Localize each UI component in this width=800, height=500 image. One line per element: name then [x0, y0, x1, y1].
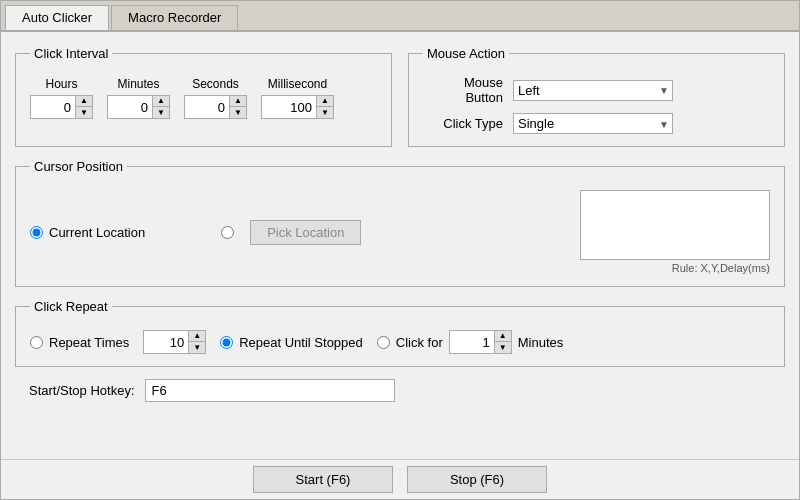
seconds-down-btn[interactable]: ▼: [230, 107, 246, 118]
mouse-action-group: Mouse Action Mouse Button Left Middle Ri…: [408, 46, 785, 147]
repeat-times-down-btn[interactable]: ▼: [189, 342, 205, 353]
mouse-button-label: Mouse Button: [423, 75, 503, 105]
millisecond-spinner-buttons: ▲ ▼: [316, 96, 333, 118]
bottom-bar: Start (F6) Stop (F6): [1, 459, 799, 499]
minutes-label: Minutes: [117, 77, 159, 91]
hours-label: Hours: [45, 77, 77, 91]
hotkey-label: Start/Stop Hotkey:: [29, 383, 135, 398]
millisecond-spinner[interactable]: ▲ ▼: [261, 95, 334, 119]
repeat-times-radio-label[interactable]: Repeat Times: [30, 335, 129, 350]
mouse-button-select[interactable]: Left Middle Right: [513, 80, 673, 101]
stop-button[interactable]: Stop (F6): [407, 466, 547, 493]
click-interval-group: Click Interval Hours ▲ ▼ Minute: [15, 46, 392, 147]
click-for-input[interactable]: [450, 333, 494, 352]
click-type-select[interactable]: Single Double: [513, 113, 673, 134]
click-repeat-group: Click Repeat Repeat Times ▲ ▼ Repeat Unt…: [15, 299, 785, 367]
millisecond-field: Millisecond ▲ ▼: [261, 77, 334, 119]
click-for-spinner[interactable]: ▲ ▼: [449, 330, 512, 354]
tab-bar: Auto Clicker Macro Recorder: [1, 1, 799, 32]
click-type-row: Click Type Single Double ▼: [423, 113, 770, 134]
seconds-up-btn[interactable]: ▲: [230, 96, 246, 107]
minutes-label: Minutes: [518, 335, 564, 350]
top-row: Click Interval Hours ▲ ▼ Minute: [15, 46, 785, 147]
repeat-times-radio[interactable]: [30, 336, 43, 349]
tab-auto-clicker[interactable]: Auto Clicker: [5, 5, 109, 30]
seconds-input[interactable]: [185, 98, 229, 117]
pick-location-radio[interactable]: [221, 226, 234, 239]
repeat-times-up-btn[interactable]: ▲: [189, 331, 205, 342]
click-type-label: Click Type: [423, 116, 503, 131]
position-display: [580, 190, 770, 260]
hotkey-row: Start/Stop Hotkey:: [15, 379, 785, 402]
click-for-down-btn[interactable]: ▼: [495, 342, 511, 353]
interval-fields: Hours ▲ ▼ Minutes: [30, 77, 377, 119]
cursor-pos-inner: Current Location Pick Location Rule: X,Y…: [30, 190, 770, 274]
repeat-until-stopped-label: Repeat Until Stopped: [239, 335, 363, 350]
millisecond-down-btn[interactable]: ▼: [317, 107, 333, 118]
seconds-label: Seconds: [192, 77, 239, 91]
repeat-until-stopped-radio-label[interactable]: Repeat Until Stopped: [220, 335, 363, 350]
millisecond-input[interactable]: [262, 98, 316, 117]
current-location-radio-label[interactable]: Current Location: [30, 225, 145, 240]
seconds-spinner[interactable]: ▲ ▼: [184, 95, 247, 119]
repeat-times-spinner-buttons: ▲ ▼: [188, 331, 205, 353]
hours-spinner-buttons: ▲ ▼: [75, 96, 92, 118]
click-for-spinner-buttons: ▲ ▼: [494, 331, 511, 353]
millisecond-up-btn[interactable]: ▲: [317, 96, 333, 107]
mouse-button-row: Mouse Button Left Middle Right ▼: [423, 75, 770, 105]
minutes-up-btn[interactable]: ▲: [153, 96, 169, 107]
click-for-up-btn[interactable]: ▲: [495, 331, 511, 342]
click-repeat-legend: Click Repeat: [30, 299, 112, 314]
repeat-inner: Repeat Times ▲ ▼ Repeat Until Stopped: [30, 330, 770, 354]
tab-macro-recorder[interactable]: Macro Recorder: [111, 5, 238, 30]
hours-down-btn[interactable]: ▼: [76, 107, 92, 118]
hours-up-btn[interactable]: ▲: [76, 96, 92, 107]
current-location-radio[interactable]: [30, 226, 43, 239]
cursor-position-group: Cursor Position Current Location Pick Lo…: [15, 159, 785, 287]
minutes-spinner[interactable]: ▲ ▼: [107, 95, 170, 119]
hours-field: Hours ▲ ▼: [30, 77, 93, 119]
pick-location-radio-label[interactable]: [221, 226, 234, 239]
start-button[interactable]: Start (F6): [253, 466, 393, 493]
repeat-times-input[interactable]: [144, 333, 188, 352]
seconds-spinner-buttons: ▲ ▼: [229, 96, 246, 118]
millisecond-label: Millisecond: [268, 77, 327, 91]
click-for-label: Click for: [396, 335, 443, 350]
click-for-radio-label[interactable]: Click for: [377, 335, 443, 350]
minutes-spinner-buttons: ▲ ▼: [152, 96, 169, 118]
click-type-select-wrap: Single Double ▼: [513, 113, 673, 134]
position-rule: Rule: X,Y,Delay(ms): [580, 262, 770, 274]
current-location-label: Current Location: [49, 225, 145, 240]
mouse-action-legend: Mouse Action: [423, 46, 509, 61]
repeat-times-spinner[interactable]: ▲ ▼: [143, 330, 206, 354]
cursor-right: Rule: X,Y,Delay(ms): [580, 190, 770, 274]
repeat-until-stopped-radio[interactable]: [220, 336, 233, 349]
click-for-radio[interactable]: [377, 336, 390, 349]
minutes-field: Minutes ▲ ▼: [107, 77, 170, 119]
minutes-down-btn[interactable]: ▼: [153, 107, 169, 118]
pick-location-button[interactable]: Pick Location: [250, 220, 361, 245]
hotkey-input[interactable]: [145, 379, 395, 402]
main-window: Auto Clicker Macro Recorder Click Interv…: [0, 0, 800, 500]
cursor-position-legend: Cursor Position: [30, 159, 127, 174]
click-interval-legend: Click Interval: [30, 46, 112, 61]
hours-input[interactable]: [31, 98, 75, 117]
minutes-input[interactable]: [108, 98, 152, 117]
mouse-action-fields: Mouse Button Left Middle Right ▼ Click T…: [423, 75, 770, 134]
hours-spinner[interactable]: ▲ ▼: [30, 95, 93, 119]
mouse-button-select-wrap: Left Middle Right ▼: [513, 80, 673, 101]
seconds-field: Seconds ▲ ▼: [184, 77, 247, 119]
main-content: Click Interval Hours ▲ ▼ Minute: [1, 32, 799, 459]
repeat-times-label: Repeat Times: [49, 335, 129, 350]
click-for-section: Click for ▲ ▼ Minutes: [377, 330, 563, 354]
